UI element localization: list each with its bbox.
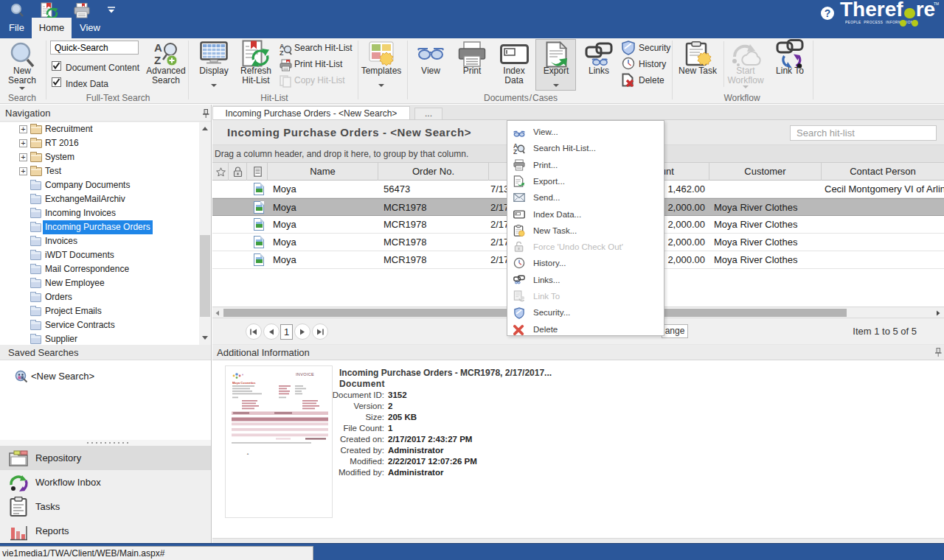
svg-text:A: A <box>154 41 162 54</box>
svg-text:Z: Z <box>513 148 517 154</box>
svg-text:Z: Z <box>154 54 161 66</box>
svg-text:?: ? <box>825 7 831 19</box>
svg-text:Z: Z <box>280 49 284 56</box>
